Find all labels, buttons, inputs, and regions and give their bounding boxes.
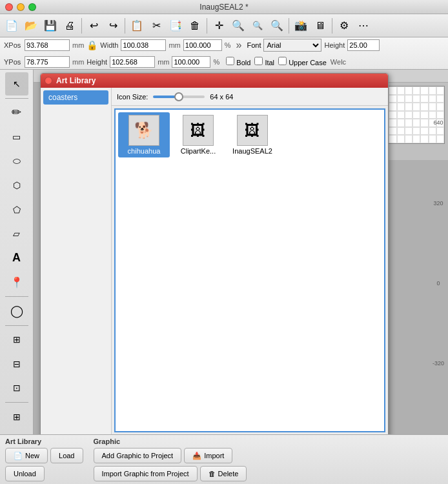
grid-cell <box>405 135 412 143</box>
dialog-close-button[interactable] <box>45 77 52 85</box>
grid-cell <box>389 103 396 111</box>
xpos-label: XPos <box>4 41 22 49</box>
pencil-tool-icon[interactable]: ✏ <box>5 101 28 125</box>
icon-size-slider[interactable] <box>153 96 205 98</box>
xpos-input[interactable] <box>25 39 70 51</box>
delete-button[interactable]: 🗑 Delete <box>200 466 247 481</box>
uppercase-label: Upper Case <box>289 59 327 66</box>
redo-icon[interactable]: ↪ <box>104 17 122 35</box>
file-item-chihuahua[interactable]: 🐕 chihuahua <box>118 112 170 157</box>
grid-cell <box>420 127 428 136</box>
import-button[interactable]: 📥 Import <box>184 448 232 463</box>
frame-tool-icon[interactable]: ⊡ <box>5 377 28 400</box>
grid-cell <box>397 103 405 111</box>
cut-icon[interactable]: ✂ <box>147 17 165 35</box>
zoom-in-icon[interactable]: 🔍 <box>229 17 247 35</box>
library-content: Icon Size: 64 x 64 🐕 chihuahua 🖼 <box>112 88 388 449</box>
add-graphic-label: Add Graphic to Project <box>102 452 174 459</box>
more-arrows[interactable]: » <box>236 39 242 51</box>
grid-cell <box>397 111 405 119</box>
file-icon-inaugseal2: 🖼 <box>237 115 268 146</box>
shape-tool-icon[interactable]: ▱ <box>5 222 28 245</box>
polygon-tool-icon[interactable]: ⬠ <box>5 198 28 221</box>
icon-size-label: Icon Size: <box>117 93 148 101</box>
unload-button[interactable]: Unload <box>5 466 45 481</box>
width-input[interactable] <box>121 39 166 51</box>
print-icon[interactable]: 🖨 <box>61 17 79 35</box>
height-font-input[interactable] <box>347 39 380 51</box>
move-icon[interactable]: ✛ <box>210 17 228 35</box>
font-select[interactable]: Arial <box>263 39 321 52</box>
load-label: Load <box>59 452 74 459</box>
width-unit: mm <box>168 41 180 49</box>
uppercase-checkbox-label: Upper Case <box>278 57 327 66</box>
grid-cell <box>412 103 420 111</box>
width-pct-input[interactable] <box>183 39 222 51</box>
circle-tool-icon[interactable]: ⬭ <box>5 150 28 173</box>
file-item-inaugseal2[interactable]: 🖼 InaugSEAL2 <box>227 112 278 157</box>
close-button[interactable] <box>5 3 13 11</box>
grid-tool-icon[interactable]: ⊞ <box>5 405 28 429</box>
font-label: Font <box>247 41 261 49</box>
text-tool-icon[interactable]: A <box>5 247 28 270</box>
undo-icon[interactable]: ↩ <box>85 17 103 35</box>
open-file-icon[interactable]: 📂 <box>22 17 40 35</box>
height-input[interactable] <box>110 56 155 68</box>
grid-cell <box>389 135 396 143</box>
group-tool-icon[interactable]: ⊞ <box>5 328 28 352</box>
ypos-input[interactable] <box>25 56 70 68</box>
lock-icon: 🔒 <box>87 40 97 50</box>
minimize-button[interactable] <box>17 3 25 11</box>
add-graphic-button[interactable]: Add Graphic to Project <box>94 448 182 463</box>
grid-cell <box>397 127 405 136</box>
bottom-sections: Art Library 📄 New Load Unload <box>5 438 443 481</box>
ypos-label: YPos <box>4 58 22 66</box>
file-label-clipartke: ClipartKe... <box>181 147 216 155</box>
grid-cell <box>397 119 405 127</box>
save-icon[interactable]: 💾 <box>41 17 59 35</box>
zoom-fit-icon[interactable]: 🔍 <box>268 17 286 35</box>
xpos-unit: mm <box>72 41 84 49</box>
ring-tool-icon[interactable]: ◯ <box>5 299 28 323</box>
maximize-button[interactable] <box>28 3 36 11</box>
file-item-clipartke[interactable]: 🖼 ClipartKe... <box>172 112 224 157</box>
new-file-icon[interactable]: 📄 <box>3 17 21 35</box>
grid-cell <box>412 95 420 103</box>
screen-icon[interactable]: 🖥 <box>311 17 329 35</box>
sidebar-item-coasters[interactable]: coasters <box>43 90 108 105</box>
copy-icon[interactable]: 📋 <box>128 17 146 35</box>
grid-cell <box>412 127 420 136</box>
select-tool-icon[interactable]: ↖ <box>5 72 28 96</box>
import-graphic-label: Import Graphic from Project <box>102 470 189 478</box>
height-label: Height <box>87 58 107 66</box>
graphic-row2: Import Graphic from Project 🗑 Delete <box>94 466 247 481</box>
lt-sep1 <box>5 98 28 99</box>
import-graphic-button[interactable]: Import Graphic from Project <box>94 466 198 481</box>
rectangle-tool-icon[interactable]: ▭ <box>5 125 28 148</box>
dialog-title-bar: Art Library <box>41 74 388 88</box>
width-label: Width <box>100 41 118 49</box>
grid-cell <box>397 86 405 95</box>
more-icon[interactable]: ⋯ <box>354 17 372 35</box>
grid-cell <box>389 95 396 103</box>
paste-icon[interactable]: 📑 <box>167 17 185 35</box>
uppercase-checkbox[interactable] <box>278 57 287 65</box>
settings-icon[interactable]: ⚙ <box>335 17 353 35</box>
new-button[interactable]: 📄 New <box>5 448 48 463</box>
ungroup-tool-icon[interactable]: ⊟ <box>5 352 28 376</box>
zoom-out-icon[interactable]: 🔍 <box>249 17 267 35</box>
hexagon-tool-icon[interactable]: ⬡ <box>5 174 28 197</box>
height-pct-input[interactable] <box>172 56 210 68</box>
load-button[interactable]: Load <box>50 448 83 463</box>
delete-icon[interactable]: 🗑 <box>186 17 204 35</box>
delete-icon: 🗑 <box>209 470 216 478</box>
italic-checkbox[interactable] <box>254 57 263 65</box>
grid-cell <box>412 135 420 143</box>
art-library-section: Art Library 📄 New Load Unload <box>5 438 83 481</box>
separator4 <box>289 18 289 34</box>
height-unit: mm <box>158 58 169 66</box>
camera-icon[interactable]: 📸 <box>292 17 310 35</box>
location-tool-icon[interactable]: 📍 <box>5 270 28 294</box>
grid-cell <box>405 86 412 95</box>
bold-checkbox[interactable] <box>226 57 234 65</box>
